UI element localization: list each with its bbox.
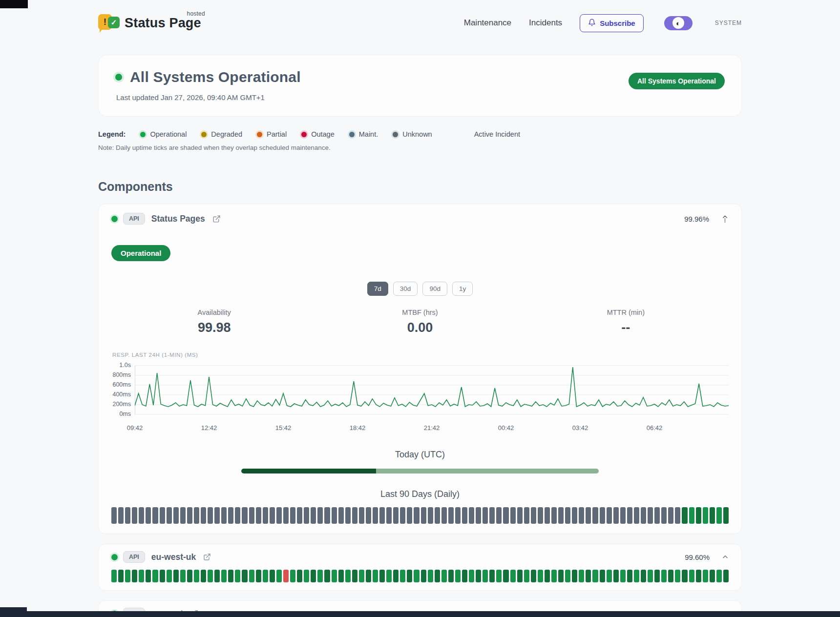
uptime-tick[interactable] [510,507,516,524]
uptime-tick[interactable] [531,507,536,524]
uptime-tick[interactable] [462,570,467,582]
uptime-tick[interactable] [160,570,165,582]
uptime-tick[interactable] [682,507,687,524]
uptime-tick[interactable] [723,570,729,582]
uptime-tick[interactable] [263,570,268,582]
uptime-tick[interactable] [689,570,694,582]
uptime-tick[interactable] [551,507,557,524]
uptime-tick[interactable] [634,507,639,524]
uptime-tick[interactable] [696,507,701,524]
uptime-tick[interactable] [489,507,495,524]
component-header-row[interactable]: API Status Pages 99.96% [111,213,729,225]
uptime-tick[interactable] [290,507,295,524]
uptime-tick[interactable] [180,507,186,524]
uptime-tick[interactable] [455,507,461,524]
uptime-tick[interactable] [263,507,268,524]
uptime-tick[interactable] [510,570,516,582]
uptime-tick[interactable] [441,507,447,524]
uptime-tick[interactable] [503,507,508,524]
uptime-tick[interactable] [627,570,632,582]
uptime-tick[interactable] [167,570,172,582]
component-header-row[interactable]: APIeu-west-uk99.60% [111,551,729,563]
uptime-tick[interactable] [242,507,247,524]
uptime-tick[interactable] [668,570,673,582]
chart-plot-area[interactable] [135,361,729,422]
uptime-tick[interactable] [469,507,474,524]
uptime-tick[interactable] [538,570,543,582]
uptime-tick[interactable] [118,507,124,524]
uptime-tick[interactable] [393,570,399,582]
uptime-tick[interactable] [654,507,660,524]
uptime-tick[interactable] [111,570,117,582]
uptime-tick[interactable] [565,507,570,524]
uptime-tick[interactable] [352,570,357,582]
uptime-tick[interactable] [648,570,653,582]
uptime-tick[interactable] [462,507,467,524]
uptime-tick[interactable] [407,507,412,524]
uptime-tick[interactable] [421,570,426,582]
uptime-tick[interactable] [359,570,364,582]
uptime-tick[interactable] [139,507,144,524]
uptime-tick[interactable] [572,570,577,582]
uptime-tick[interactable] [634,570,639,582]
uptime-tick[interactable] [366,507,371,524]
uptime-tick[interactable] [393,507,399,524]
uptime-tick[interactable] [160,507,165,524]
uptime-tick[interactable] [455,570,461,582]
uptime-tick[interactable] [317,507,323,524]
uptime-tick[interactable] [379,570,385,582]
uptime-tick[interactable] [173,570,179,582]
uptime-tick[interactable] [448,570,454,582]
uptime-tick[interactable] [311,570,316,582]
uptime-tick[interactable] [352,507,357,524]
uptime-tick[interactable] [517,507,523,524]
uptime-tick[interactable] [317,570,323,582]
uptime-tick[interactable] [441,570,447,582]
uptime-tick[interactable] [332,507,337,524]
uptime-tick[interactable] [435,507,440,524]
uptime-tick[interactable] [194,507,199,524]
theme-toggle[interactable]: ◐ [664,16,693,30]
uptime-tick[interactable] [648,507,653,524]
uptime-tick[interactable] [496,507,502,524]
range-button-7d[interactable]: 7d [367,282,388,296]
uptime-tick[interactable] [338,570,344,582]
uptime-tick[interactable] [214,570,220,582]
uptime-tick[interactable] [524,570,529,582]
uptime-tick[interactable] [270,570,275,582]
uptime-tick[interactable] [283,507,289,524]
uptime-tick[interactable] [483,507,488,524]
uptime-tick[interactable] [592,507,598,524]
uptime-tick[interactable] [132,507,137,524]
uptime-tick[interactable] [558,570,564,582]
uptime-tick[interactable] [386,507,392,524]
uptime-tick[interactable] [496,570,502,582]
component-name[interactable]: eu-west-uk [151,552,196,562]
uptime-tick[interactable] [338,507,344,524]
uptime-tick[interactable] [620,507,626,524]
uptime-tick[interactable] [242,570,247,582]
nav-maintenance[interactable]: Maintenance [464,18,511,28]
uptime-tick[interactable] [180,570,186,582]
uptime-tick[interactable] [290,570,295,582]
uptime-tick[interactable] [304,570,309,582]
uptime-tick[interactable] [201,570,206,582]
uptime-tick[interactable] [249,507,254,524]
chevron-up-icon[interactable] [722,554,729,560]
uptime-tick[interactable] [366,570,371,582]
uptime-tick[interactable] [627,507,632,524]
component-name[interactable]: Status Pages [151,214,205,224]
uptime-tick[interactable] [221,570,227,582]
uptime-tick[interactable] [152,507,158,524]
uptime-tick[interactable] [256,507,261,524]
brand-logo[interactable]: ! ✓ Status Page hosted [98,13,201,33]
uptime-tick[interactable] [675,570,680,582]
uptime-tick[interactable] [208,570,213,582]
external-link-icon[interactable] [212,215,221,223]
range-button-1y[interactable]: 1y [452,282,473,296]
uptime-tick[interactable] [689,507,694,524]
uptime-tick[interactable] [139,570,144,582]
uptime-tick[interactable] [324,507,330,524]
uptime-tick[interactable] [270,507,275,524]
uptime-tick[interactable] [373,570,378,582]
